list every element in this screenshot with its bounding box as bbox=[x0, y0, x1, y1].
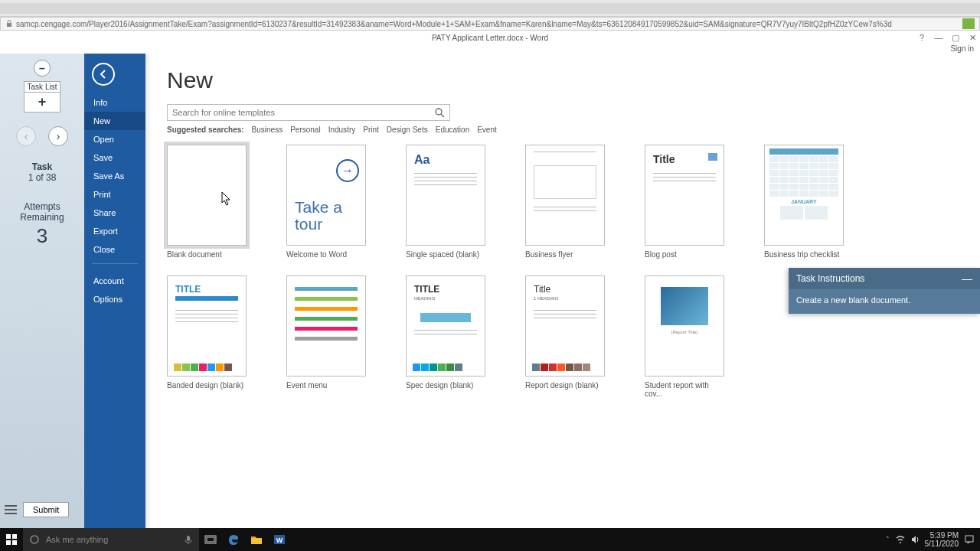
page-title: New bbox=[167, 67, 959, 93]
nav-info[interactable]: Info bbox=[84, 93, 145, 112]
template-search[interactable] bbox=[167, 104, 450, 121]
report-sub-label: 1 HEADING bbox=[534, 296, 558, 301]
task-header: Task bbox=[28, 161, 57, 172]
url-text: samcp.cengage.com/Player2016/AssignmentT… bbox=[16, 20, 892, 28]
cortana-icon bbox=[29, 534, 40, 545]
attempts-value: 3 bbox=[5, 224, 80, 248]
suggested-event[interactable]: Event bbox=[477, 126, 497, 134]
template-caption: Welcome to Word bbox=[286, 250, 366, 259]
file-explorer-icon[interactable] bbox=[245, 528, 268, 551]
template-spec-design[interactable]: TITLE HEADING Spec design (blank) bbox=[406, 276, 485, 398]
template-blog-post[interactable]: Title Blog post bbox=[645, 145, 724, 259]
template-caption: Single spaced (blank) bbox=[406, 250, 485, 259]
plus-icon: + bbox=[24, 93, 60, 112]
browser-tab-strip bbox=[0, 0, 980, 17]
start-button[interactable] bbox=[0, 528, 23, 551]
nav-save[interactable]: Save bbox=[84, 148, 145, 167]
template-banded-design[interactable]: TITLE Banded design (blank) bbox=[167, 276, 247, 398]
action-center-icon[interactable] bbox=[965, 535, 974, 544]
instructions-header: Task Instructions bbox=[796, 273, 864, 284]
svg-rect-5 bbox=[6, 540, 11, 545]
report-title-label: Title bbox=[534, 284, 550, 295]
edge-icon[interactable] bbox=[222, 528, 245, 551]
nav-export[interactable]: Export bbox=[84, 222, 145, 240]
spec-title-label: TITLE bbox=[414, 284, 439, 295]
attempts-label: Attempts Remaining bbox=[5, 201, 80, 223]
template-single-spaced[interactable]: Aa Single spaced (blank) bbox=[406, 145, 485, 259]
nav-new[interactable]: New bbox=[84, 112, 145, 130]
svg-rect-6 bbox=[12, 540, 17, 545]
blog-title-label: Title bbox=[653, 153, 675, 165]
image-icon bbox=[708, 153, 717, 161]
word-icon[interactable]: W bbox=[268, 528, 291, 551]
task-list-button[interactable]: Task List + bbox=[24, 81, 60, 112]
close-button[interactable]: ✕ bbox=[968, 33, 977, 42]
svg-rect-16 bbox=[965, 536, 973, 542]
collapse-button[interactable]: – bbox=[34, 60, 51, 77]
search-icon[interactable] bbox=[434, 107, 445, 118]
hamburger-icon[interactable] bbox=[3, 503, 18, 517]
nav-close[interactable]: Close bbox=[84, 240, 145, 259]
browser-url-bar[interactable]: samcp.cengage.com/Player2016/AssignmentT… bbox=[0, 17, 980, 31]
minimize-button[interactable]: — bbox=[934, 33, 943, 42]
student-caption: [Report Title] bbox=[645, 330, 724, 334]
template-student-report[interactable]: [Report Title] Student report with cov..… bbox=[645, 276, 724, 398]
content-area: New Suggested searches: Business Persona… bbox=[145, 54, 980, 528]
template-caption: Banded design (blank) bbox=[167, 381, 247, 390]
assessment-sidebar: – Task List + ‹ › Task 1 of 38 Attempts … bbox=[0, 54, 84, 528]
suggested-business[interactable]: Business bbox=[252, 126, 283, 134]
task-view-button[interactable] bbox=[199, 528, 222, 551]
network-icon[interactable] bbox=[896, 535, 905, 544]
template-welcome-to-word[interactable]: → Take a tour Welcome to Word bbox=[286, 145, 366, 259]
template-blank-document[interactable]: Blank document bbox=[167, 145, 247, 259]
template-caption: Business trip checklist bbox=[764, 250, 844, 259]
sign-in-link[interactable]: Sign in bbox=[950, 44, 974, 53]
task-counter: 1 of 38 bbox=[28, 172, 57, 183]
template-event-menu[interactable]: Event menu bbox=[286, 276, 366, 398]
template-caption: Blank document bbox=[167, 250, 247, 259]
submit-button[interactable]: Submit bbox=[23, 502, 69, 517]
minimize-instructions-button[interactable]: — bbox=[962, 272, 972, 285]
svg-rect-8 bbox=[187, 536, 190, 541]
svg-line-2 bbox=[441, 114, 444, 117]
lock-icon bbox=[5, 20, 16, 28]
suggested-personal[interactable]: Personal bbox=[290, 126, 320, 134]
browser-extension-icon[interactable] bbox=[962, 18, 975, 29]
suggested-education[interactable]: Education bbox=[436, 126, 469, 134]
svg-point-15 bbox=[900, 542, 901, 543]
nav-options[interactable]: Options bbox=[84, 290, 145, 308]
month-label: JANUARY bbox=[769, 199, 838, 204]
task-list-label: Task List bbox=[24, 81, 60, 93]
nav-share[interactable]: Share bbox=[84, 204, 145, 222]
backstage-nav: Info New Open Save Save As Print Share E… bbox=[84, 54, 145, 528]
suggested-industry[interactable]: Industry bbox=[328, 126, 356, 134]
spec-sub-label: HEADING bbox=[414, 296, 435, 301]
restore-button[interactable]: ▢ bbox=[951, 33, 960, 42]
back-button[interactable] bbox=[92, 63, 115, 86]
nav-save-as[interactable]: Save As bbox=[84, 167, 145, 185]
clock-date[interactable]: 5/11/2020 bbox=[925, 540, 959, 548]
nav-account[interactable]: Account bbox=[84, 272, 145, 290]
suggested-design-sets[interactable]: Design Sets bbox=[387, 126, 428, 134]
svg-text:W: W bbox=[276, 536, 283, 544]
instructions-body: Create a new blank document. bbox=[789, 289, 980, 314]
banded-title-label: TITLE bbox=[175, 284, 238, 295]
nav-open[interactable]: Open bbox=[84, 130, 145, 148]
svg-rect-11 bbox=[207, 537, 214, 542]
next-task-button[interactable]: › bbox=[48, 126, 68, 146]
prev-task-button[interactable]: ‹ bbox=[16, 126, 36, 146]
template-caption: Blog post bbox=[645, 250, 724, 259]
template-business-flyer[interactable]: Business flyer bbox=[525, 145, 605, 259]
search-input[interactable] bbox=[172, 108, 434, 117]
cortana-search[interactable]: Ask me anything bbox=[23, 528, 199, 551]
volume-icon[interactable] bbox=[911, 535, 919, 544]
svg-point-7 bbox=[31, 536, 38, 543]
nav-print[interactable]: Print bbox=[84, 185, 145, 204]
mic-icon bbox=[184, 535, 193, 544]
help-icon[interactable]: ? bbox=[917, 33, 926, 42]
clock-time[interactable]: 5:39 PM bbox=[925, 531, 959, 540]
template-report-design[interactable]: Title 1 HEADING Report design (blank) bbox=[525, 276, 605, 398]
tray-chevron-icon[interactable]: ˄ bbox=[886, 536, 890, 543]
template-business-trip-checklist[interactable]: JANUARY Business trip checklist bbox=[764, 145, 844, 259]
suggested-print[interactable]: Print bbox=[363, 126, 379, 134]
